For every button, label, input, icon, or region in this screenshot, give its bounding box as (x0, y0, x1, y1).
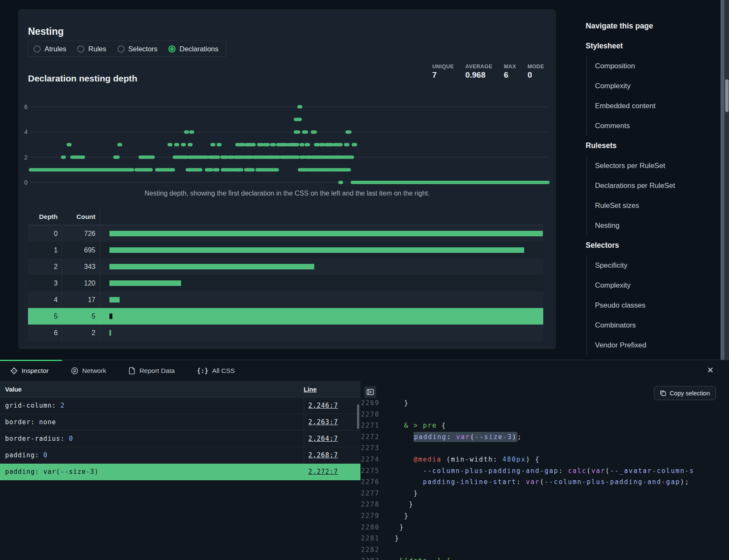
count-cell: 17 (61, 291, 100, 308)
line-cell: 2,268:7 (304, 447, 360, 463)
line-link[interactable]: 2,246:7 (308, 402, 338, 409)
count-cell: 343 (61, 258, 100, 275)
line-number: 2283 (361, 555, 385, 560)
stat-value: 7 (432, 70, 454, 80)
table-row-depth-5[interactable]: 55 (28, 308, 543, 325)
code-line: 2277 } (361, 488, 724, 499)
nav-items: SpecificityComplexityPseudo classesCombi… (587, 255, 713, 355)
table-row-depth-0[interactable]: 0726 (28, 225, 543, 242)
y-tick-label: 6 (24, 104, 28, 110)
sidebar-item-embedded-content[interactable]: Embedded content (595, 96, 713, 116)
devtools-tabbar: InspectorNetworkReport Data{:}All CSS✕ (0, 360, 729, 381)
sidebar-item-specificity[interactable]: Specificity (595, 255, 713, 275)
table-row-depth-2[interactable]: 2343 (28, 258, 543, 275)
sidebar-item-selectors-per-ruleset[interactable]: Selectors per RuleSet (595, 156, 713, 176)
sidebar-item-comments[interactable]: Comments (595, 116, 713, 136)
line-number: 2271 (361, 420, 385, 431)
sidebar-item-declarations-per-ruleset[interactable]: Declarations per RuleSet (595, 176, 713, 196)
panel-expand-icon[interactable] (364, 386, 376, 398)
sidebar-item-combinators[interactable]: Combinators (595, 315, 713, 335)
radio-option-rules[interactable]: Rules (77, 45, 106, 53)
inspector-row[interactable]: border: none2,263:7 (0, 414, 360, 431)
nav-group-stylesheet: Stylesheet (586, 36, 713, 56)
tab-label: Network (82, 367, 106, 375)
line-number: 2280 (361, 522, 385, 533)
line-number: 2279 (361, 510, 385, 522)
tab-inspector[interactable]: Inspector (10, 367, 49, 375)
radio-option-declarations[interactable]: Declarations (168, 45, 218, 53)
bar-cell (100, 325, 543, 341)
sidebar-item-complexity[interactable]: Complexity (595, 76, 713, 96)
inspector-scrollbar-thumb[interactable] (357, 404, 359, 429)
table-row-depth-3[interactable]: 3120 (28, 275, 543, 291)
stat-average: AVERAGE0.968 (465, 64, 492, 80)
line-link[interactable]: 2,263:7 (308, 418, 338, 426)
page-title: Nesting (28, 26, 64, 37)
table-row-depth-6[interactable]: 62 (28, 325, 543, 341)
line-content: } (385, 488, 724, 499)
close-icon[interactable]: ✕ (707, 365, 714, 375)
tab-all-css[interactable]: {:}All CSS (197, 367, 235, 375)
line-content (385, 544, 724, 556)
inspector-row[interactable]: grid-column: 22,246:7 (0, 398, 360, 414)
stat-value: 0.968 (465, 70, 492, 80)
line-cell: 2,272:7 (304, 464, 360, 480)
sidebar-item-pseudo-classes[interactable]: Pseudo classes (595, 295, 713, 315)
count-bar (109, 314, 112, 319)
page-nav-title: Navigate this page (586, 16, 713, 36)
line-number: 2270 (361, 409, 385, 420)
tab-report-data[interactable]: Report Data (128, 367, 175, 375)
code-line: 2272 padding: var(--size-3); (361, 431, 724, 443)
sidebar-item-complexity[interactable]: Complexity (595, 275, 713, 295)
count-cell: 120 (61, 275, 100, 291)
line-content: &[data-…] { (385, 555, 724, 560)
line-link[interactable]: 2,272:7 (308, 468, 338, 476)
stat-unique: UNIQUE7 (432, 64, 454, 80)
css-source-code[interactable]: 2269 }22702271 & > pre {2272 padding: va… (361, 398, 724, 560)
inspector-row[interactable]: padding: 02,268:7 (0, 447, 360, 464)
sidebar-item-ruleset-sizes[interactable]: RuleSet sizes (595, 196, 713, 216)
sidebar-item-vendor-prefixed[interactable]: Vendor Prefixed (595, 335, 713, 355)
code-line: 2281 } (361, 533, 724, 544)
radio-unchecked-icon (117, 45, 125, 53)
declaration-value: padding: 0 (0, 451, 304, 459)
tab-label: All CSS (212, 367, 235, 375)
upper-pane-scrollbar[interactable] (721, 0, 724, 360)
stat-label: MAX (504, 64, 516, 70)
metric-radio-group: AtrulesRulesSelectorsDeclarations (28, 41, 226, 57)
radio-unchecked-icon (77, 45, 84, 53)
code-line: 2276 padding-inline-start: var(--column-… (361, 476, 724, 488)
sidebar-item-composition[interactable]: Composition (595, 56, 713, 76)
line-link[interactable]: 2,268:7 (308, 451, 338, 459)
nesting-report-card: Nesting AtrulesRulesSelectorsDeclaration… (18, 9, 556, 349)
radio-option-selectors[interactable]: Selectors (117, 45, 158, 53)
inspector-row[interactable]: padding: var(--size-3)2,272:7 (0, 464, 360, 480)
line-content: padding-inline-start: var(--column-plus-… (385, 476, 724, 488)
stat-label: AVERAGE (465, 64, 492, 70)
stat-mode: MODE0 (528, 64, 544, 80)
line-link[interactable]: 2,264:7 (308, 435, 338, 442)
code-line: 2274 @media (min-width: 480px) { (361, 454, 724, 465)
count-cell: 2 (61, 325, 100, 341)
table-row-depth-1[interactable]: 1695 (28, 242, 543, 258)
copy-selection-button[interactable]: Copy selection (654, 386, 716, 400)
line-column-header[interactable]: Line (304, 386, 360, 393)
radio-option-atrules[interactable]: Atrules (34, 45, 66, 53)
active-tab-indicator (0, 360, 62, 361)
line-number: 2275 (361, 465, 385, 477)
line-number: 2274 (361, 454, 385, 465)
copy-icon (660, 390, 666, 396)
line-cell: 2,264:7 (304, 431, 360, 447)
page-scrollbar-thumb[interactable] (725, 79, 729, 112)
line-number: 2281 (361, 533, 385, 544)
inspector-row[interactable]: border-radius: 02,264:7 (0, 431, 360, 447)
tab-network[interactable]: Network (71, 367, 106, 375)
y-tick-label: 0 (24, 179, 28, 186)
code-line: 2275 --column-plus-padding-and-gap: calc… (361, 465, 724, 477)
table-row-depth-4[interactable]: 417 (28, 291, 543, 308)
code-line: 2279 } (361, 510, 724, 522)
stats-summary: UNIQUE7AVERAGE0.968MAX6MODE0 (432, 64, 544, 80)
nav-items: CompositionComplexityEmbedded contentCom… (587, 56, 713, 136)
code-line: 2282 (361, 544, 724, 556)
sidebar-item-nesting[interactable]: Nesting (595, 216, 713, 235)
